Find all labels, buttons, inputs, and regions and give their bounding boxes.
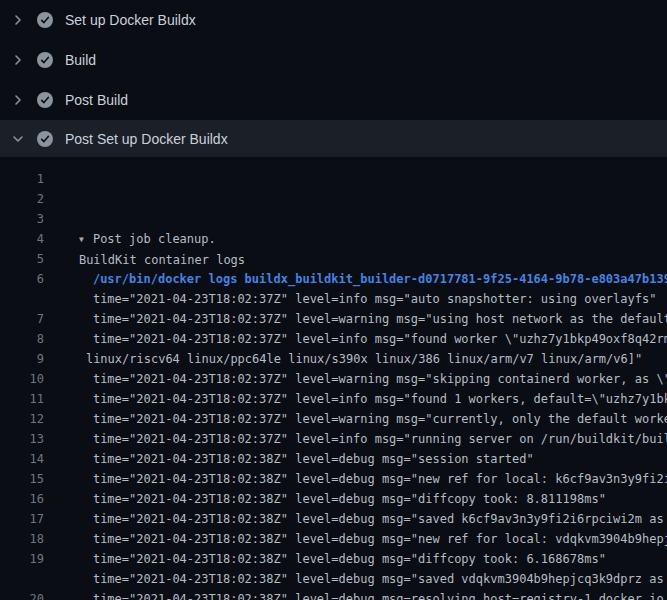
log-line: 1 Post job cleanup.: [0, 169, 667, 189]
log-line: linux/riscv64 linux/ppc64le linux/s390x …: [0, 289, 667, 309]
log-line: application/vnd.oci.image.index.v1+json,…: [0, 569, 667, 589]
log-line: 16 time="2021-04-23T18:02:38Z" level=deb…: [0, 489, 667, 509]
line-number[interactable]: 5: [0, 249, 44, 269]
line-number[interactable]: 8: [0, 329, 44, 349]
line-number[interactable]: 16: [0, 489, 44, 509]
log-line: 15 time="2021-04-23T18:02:38Z" level=deb…: [0, 469, 667, 489]
line-number[interactable]: 20: [0, 589, 44, 600]
chevron-right-icon: [12, 14, 24, 26]
chevron-down-icon: [12, 133, 24, 145]
log-line: 17 time="2021-04-23T18:02:38Z" level=deb…: [0, 509, 667, 529]
log-line: 7 time="2021-04-23T18:02:37Z" level=warn…: [0, 309, 667, 329]
step-label: Build: [65, 52, 96, 68]
log-line: 18 time="2021-04-23T18:02:38Z" level=deb…: [0, 529, 667, 549]
log-line: 9 time="2021-04-23T18:02:37Z" level=warn…: [0, 349, 667, 369]
log-line: 13 time="2021-04-23T18:02:38Z" level=deb…: [0, 429, 667, 449]
line-number[interactable]: 19: [0, 549, 44, 569]
line-number[interactable]: 18: [0, 529, 44, 549]
line-number[interactable]: 3: [0, 209, 44, 229]
chevron-right-icon: [12, 54, 24, 66]
line-number[interactable]: 1: [0, 169, 44, 189]
step-row-post-build[interactable]: Post Build: [0, 80, 667, 120]
line-number[interactable]: 4: [0, 229, 44, 249]
log-line: 5 time="2021-04-23T18:02:37Z" level=warn…: [0, 249, 667, 269]
log-line[interactable]: 2 ▼ BuildKit container logs: [0, 189, 667, 209]
line-number[interactable]: 12: [0, 409, 44, 429]
line-number[interactable]: 11: [0, 389, 44, 409]
line-number[interactable]: 2: [0, 189, 44, 209]
line-number[interactable]: 6: [0, 269, 44, 289]
check-circle-icon: [37, 92, 53, 108]
log-line: 3 /usr/bin/docker logs buildx_buildkit_b…: [0, 209, 667, 229]
log-line: 11 time="2021-04-23T18:02:38Z" level=deb…: [0, 389, 667, 409]
step-label: Post Build: [65, 92, 128, 108]
line-number[interactable]: 15: [0, 469, 44, 489]
check-circle-icon: [37, 12, 53, 28]
check-circle-icon: [37, 52, 53, 68]
log-line: 20 time="2021-04-23T18:02:38Z" level=deb…: [0, 589, 667, 600]
log-line: 4 time="2021-04-23T18:02:37Z" level=info…: [0, 229, 667, 249]
line-number[interactable]: 7: [0, 309, 44, 329]
step-row-set-up-docker-buildx[interactable]: Set up Docker Buildx: [0, 0, 667, 40]
chevron-right-icon: [12, 94, 24, 106]
log-line: 8 time="2021-04-23T18:02:37Z" level=info…: [0, 329, 667, 349]
log-viewer: 1 Post job cleanup. 2 ▼ BuildKit contain…: [0, 157, 667, 600]
log-line: 12 time="2021-04-23T18:02:38Z" level=deb…: [0, 409, 667, 429]
log-line: 14 time="2021-04-23T18:02:38Z" level=deb…: [0, 449, 667, 469]
log-line: 19 time="2021-04-23T18:02:38Z" level=deb…: [0, 549, 667, 569]
step-label: Post Set up Docker Buildx: [65, 131, 228, 147]
step-row-post-set-up-docker-buildx[interactable]: Post Set up Docker Buildx: [0, 120, 667, 157]
line-number[interactable]: 9: [0, 349, 44, 369]
step-label: Set up Docker Buildx: [65, 12, 196, 28]
line-number[interactable]: 10: [0, 369, 44, 389]
line-number[interactable]: 14: [0, 449, 44, 469]
log-line: 10 time="2021-04-23T18:02:37Z" level=inf…: [0, 369, 667, 389]
line-number[interactable]: 17: [0, 509, 44, 529]
steps-list: Set up Docker Buildx Build Post Build Po…: [0, 0, 667, 157]
check-circle-icon: [37, 131, 53, 147]
step-row-build[interactable]: Build: [0, 40, 667, 80]
line-number[interactable]: 13: [0, 429, 44, 449]
log-line: 6 time="2021-04-23T18:02:37Z" level=info…: [0, 269, 667, 289]
